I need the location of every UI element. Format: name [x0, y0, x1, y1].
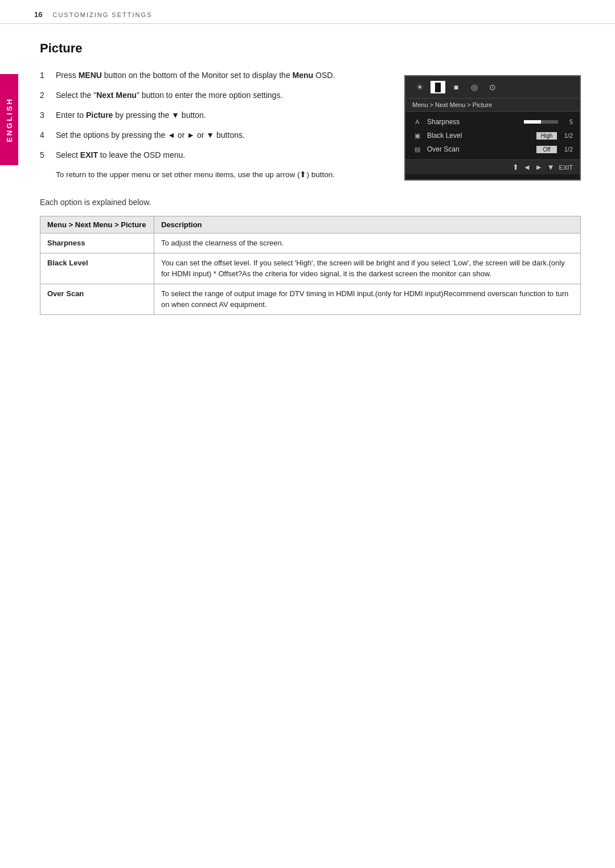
header-title: CUSTOMIZING SETTINGS — [52, 11, 152, 18]
osd-icon-input: ◎ — [467, 81, 482, 93]
table-description: To adjust the clearness of the screen. — [154, 234, 581, 253]
instruction-3: 3 Enter to Picture by pressing the ▼ but… — [40, 109, 382, 121]
osd-black-level-icon: ▣ — [412, 132, 423, 140]
osd-exit-label: EXIT — [559, 164, 573, 171]
osd-sharpness-label: Sharpness — [427, 118, 519, 126]
osd-black-level-fraction: 1/2 — [561, 132, 573, 139]
table-col1-header: Menu > Next Menu > Picture — [40, 216, 154, 234]
osd-sharpness-value: 5 — [563, 118, 573, 125]
osd-bar-fill — [524, 120, 541, 124]
instruction-1: 1 Press MENU button on the bottom of the… — [40, 69, 382, 81]
osd-icon-color: ■ — [449, 81, 464, 93]
section-title: Picture — [40, 41, 581, 56]
instruction-text-3: Enter to Picture by pressing the ▼ butto… — [56, 109, 382, 121]
osd-item-black-level: ▣ Black Level High 1/2 — [405, 129, 580, 142]
main-content: Picture 1 Press MENU button on the botto… — [0, 24, 615, 338]
osd-item-over-scan: ▤ Over Scan Off 1/2 — [405, 142, 580, 156]
top-header: 16 CUSTOMIZING SETTINGS — [0, 0, 615, 24]
osd-black-level-tag: High — [536, 132, 557, 140]
instruction-number-1: 1 — [40, 69, 50, 81]
instruction-number-5: 5 — [40, 149, 50, 161]
instruction-2: 2 Select the "Next Menu" button to enter… — [40, 89, 382, 101]
each-option-text: Each option is explained below. — [40, 198, 581, 207]
osd-menu-items: A Sharpness 5 ▣ Black Level High 1/2 — [405, 112, 580, 159]
table-row: SharpnessTo adjust the clearness of the … — [40, 234, 581, 253]
side-tab: ENGLISH — [0, 74, 18, 165]
osd-icons-row: ☀ ▐▌ ■ ◎ ⊙ — [405, 76, 580, 99]
description-table: Menu > Next Menu > Picture Description S… — [40, 216, 581, 315]
instruction-text-2: Select the "Next Menu" button to enter t… — [56, 89, 382, 101]
instruction-text-4: Set the options by pressing the ◄ or ► o… — [56, 129, 382, 141]
table-description: You can set the offset level. If you sel… — [154, 253, 581, 284]
osd-over-scan-icon: ▤ — [412, 146, 423, 153]
instruction-text-1: Press MENU button on the bottom of the M… — [56, 69, 382, 81]
osd-over-scan-label: Over Scan — [427, 145, 532, 153]
osd-right-icon: ► — [535, 163, 543, 171]
table-menu-item: Black Level — [40, 253, 154, 284]
osd-panel: ☀ ▐▌ ■ ◎ ⊙ Menu > Next Menu > Picture A … — [404, 75, 581, 181]
table-menu-item: Over Scan — [40, 284, 154, 314]
instruction-number-4: 4 — [40, 129, 50, 141]
osd-breadcrumb: Menu > Next Menu > Picture — [405, 99, 580, 112]
osd-icon-picture: ▐▌ — [430, 81, 445, 93]
table-menu-item: Sharpness — [40, 234, 154, 253]
osd-icon-brightness: ☀ — [412, 81, 427, 93]
osd-over-scan-tag: Off — [536, 146, 557, 153]
osd-over-scan-fraction: 1/2 — [561, 146, 573, 153]
instructions-list: 1 Press MENU button on the bottom of the… — [40, 69, 382, 181]
page-number: 16 — [34, 10, 42, 19]
instruction-number-2: 2 — [40, 89, 50, 101]
two-column-layout: 1 Press MENU button on the bottom of the… — [40, 69, 581, 181]
osd-item-sharpness: A Sharpness 5 — [405, 115, 580, 129]
side-tab-label: ENGLISH — [5, 97, 14, 142]
table-row: Over ScanTo select the range of output i… — [40, 284, 581, 314]
osd-black-level-label: Black Level — [427, 132, 532, 140]
osd-up-icon: ⬆ — [512, 163, 519, 171]
table-col2-header: Description — [154, 216, 581, 234]
osd-sharpness-bar — [524, 120, 558, 124]
instruction-4: 4 Set the options by pressing the ◄ or ►… — [40, 129, 382, 141]
osd-left-icon: ◄ — [523, 163, 531, 171]
instruction-number-3: 3 — [40, 109, 50, 121]
instruction-5: 5 Select EXIT to leave the OSD menu. — [40, 149, 382, 161]
sub-instruction: To return to the upper menu or set other… — [56, 169, 382, 181]
osd-sharpness-icon: A — [412, 118, 423, 125]
osd-icon-settings: ⊙ — [485, 81, 500, 93]
osd-down-icon: ▼ — [547, 163, 555, 171]
osd-footer: ⬆ ◄ ► ▼ EXIT — [405, 159, 580, 174]
table-row: Black LevelYou can set the offset level.… — [40, 253, 581, 284]
osd-bar-bg — [524, 120, 558, 124]
table-description: To select the range of output image for … — [154, 284, 581, 314]
instruction-text-5: Select EXIT to leave the OSD menu. — [56, 149, 382, 161]
